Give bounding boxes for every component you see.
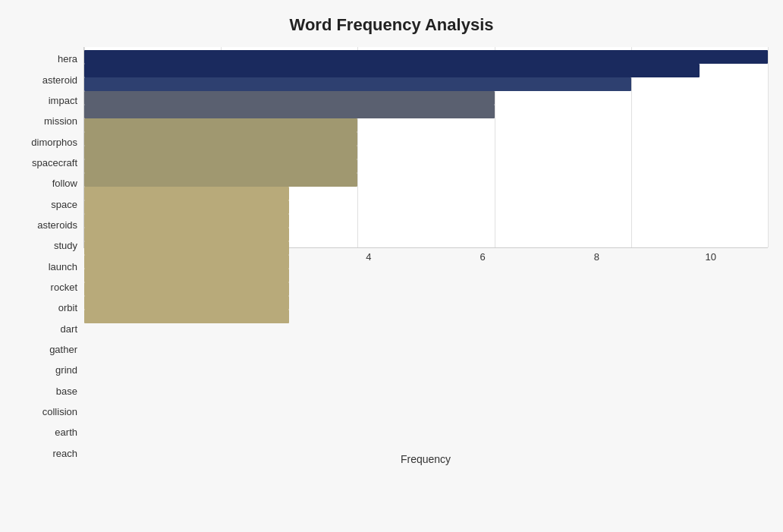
bar-row-collision (84, 282, 768, 296)
y-label-rocket: rocket (51, 278, 77, 296)
bar-gather (84, 241, 289, 255)
x-axis-label: Frequency (83, 453, 768, 465)
bar-spacecraft (84, 118, 357, 132)
bar-row-dimorphos (84, 105, 768, 118)
bar-orbit (84, 214, 289, 228)
grid-line-10 (768, 47, 769, 247)
y-label-impact: impact (49, 91, 77, 109)
y-label-space: space (51, 195, 77, 213)
bar-row-follow (84, 132, 768, 146)
chart-title: Word Frequency Analysis (15, 8, 768, 47)
bar-row-impact (84, 77, 768, 91)
y-label-asteroid: asteroid (42, 71, 77, 89)
bar-collision (84, 282, 289, 296)
bar-asteroid (84, 64, 700, 77)
bar-asteroids (84, 159, 357, 173)
y-axis-labels: heraasteroidimpactmissiondimorphosspacec… (15, 47, 83, 465)
y-label-spacecraft: spacecraft (32, 153, 77, 172)
bar-study (84, 173, 357, 187)
plot-area (83, 47, 768, 248)
y-label-collision: collision (42, 403, 77, 421)
bar-base (84, 269, 289, 282)
bars-wrapper (84, 47, 768, 247)
bar-row-earth (84, 296, 768, 310)
bar-grind (84, 255, 289, 269)
y-label-follow: follow (52, 175, 77, 193)
bar-row-asteroid (84, 64, 768, 77)
y-label-mission: mission (44, 112, 77, 131)
bar-row-orbit (84, 214, 768, 228)
bar-dimorphos (84, 105, 495, 118)
y-label-launch: launch (49, 257, 77, 275)
y-label-grind: grind (55, 361, 77, 379)
bar-hera (84, 50, 768, 64)
chart-area: heraasteroidimpactmissiondimorphosspacec… (15, 47, 768, 465)
bar-row-asteroids (84, 159, 768, 173)
bar-row-dart (84, 228, 768, 241)
bar-row-rocket (84, 200, 768, 214)
y-label-gather: gather (49, 340, 77, 358)
bar-row-launch (84, 187, 768, 200)
y-label-hera: hera (58, 50, 77, 68)
y-label-asteroids: asteroids (37, 216, 77, 234)
bar-row-base (84, 269, 768, 282)
bar-row-study (84, 173, 768, 187)
bar-row-gather (84, 241, 768, 255)
y-label-study: study (54, 237, 77, 255)
bar-space (84, 146, 357, 159)
y-label-dart: dart (61, 320, 77, 338)
bar-row-mission (84, 91, 768, 105)
bar-row-reach (84, 310, 768, 323)
bar-earth (84, 296, 289, 310)
y-label-base: base (56, 382, 77, 400)
y-label-orbit: orbit (58, 299, 77, 317)
bar-follow (84, 132, 357, 146)
bar-launch (84, 187, 289, 200)
y-label-dimorphos: dimorphos (31, 133, 77, 151)
y-label-earth: earth (55, 423, 77, 442)
bar-row-spacecraft (84, 118, 768, 132)
bar-row-hera (84, 50, 768, 64)
bar-row-grind (84, 255, 768, 269)
bar-reach (84, 310, 289, 323)
bar-row-space (84, 146, 768, 159)
bar-mission (84, 91, 495, 105)
bar-rocket (84, 200, 289, 214)
bar-dart (84, 228, 289, 241)
y-label-reach: reach (52, 444, 77, 462)
bar-impact (84, 77, 631, 91)
chart-container: Word Frequency Analysis heraasteroidimpa… (0, 0, 783, 532)
